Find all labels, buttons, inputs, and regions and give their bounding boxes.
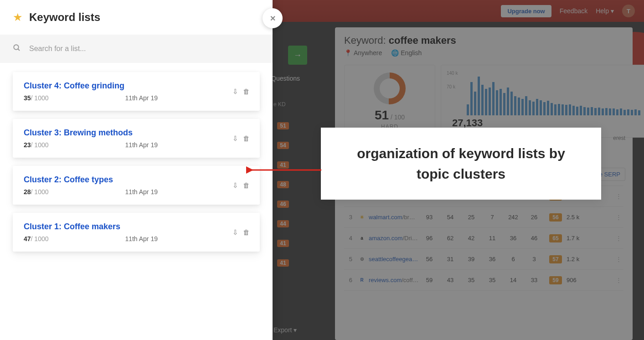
svg-line-1 <box>18 49 20 51</box>
list-max: / 1000 <box>31 94 49 102</box>
annotation-arrow <box>246 166 324 174</box>
trash-icon[interactable]: 🗑 <box>243 181 250 190</box>
list-card[interactable]: Cluster 1: Coffee makers47 / 100011th Ap… <box>13 213 260 252</box>
list-actions: ⇩🗑 <box>232 88 250 96</box>
search-icon <box>13 44 21 54</box>
list-count: 47 <box>24 235 31 242</box>
list-card[interactable]: Cluster 4: Coffee grinding35 / 100011th … <box>13 72 260 111</box>
lists-container: Cluster 4: Coffee grinding35 / 100011th … <box>0 63 273 261</box>
list-count: 23 <box>24 141 31 149</box>
list-meta: 28 / 100011th Apr 19 <box>24 188 249 196</box>
search-bar <box>0 35 273 63</box>
list-max: / 1000 <box>31 141 49 149</box>
list-max: / 1000 <box>31 188 49 196</box>
close-icon: ✕ <box>270 14 276 23</box>
list-meta: 23 / 100011th Apr 19 <box>24 141 249 149</box>
close-button[interactable]: ✕ <box>263 8 283 28</box>
download-icon[interactable]: ⇩ <box>232 134 238 143</box>
list-date: 11th Apr 19 <box>125 94 249 102</box>
list-date: 11th Apr 19 <box>125 188 249 196</box>
list-card[interactable]: Cluster 3: Brewing methods23 / 100011th … <box>13 119 260 158</box>
list-meta: 47 / 100011th Apr 19 <box>24 235 249 242</box>
annotation-callout: organization of keyword lists by topic c… <box>321 128 601 200</box>
list-name[interactable]: Cluster 2: Coffee types <box>24 175 249 185</box>
list-meta: 35 / 100011th Apr 19 <box>24 94 249 102</box>
list-name[interactable]: Cluster 1: Coffee makers <box>24 222 249 232</box>
svg-point-0 <box>14 45 19 50</box>
panel-title: Keyword lists <box>29 11 100 24</box>
list-name[interactable]: Cluster 4: Coffee grinding <box>24 81 249 91</box>
keyword-lists-panel: ★ Keyword lists ✕ Cluster 4: Coffee grin… <box>0 0 273 340</box>
list-actions: ⇩🗑 <box>232 228 250 237</box>
list-date: 11th Apr 19 <box>125 235 249 242</box>
list-card[interactable]: Cluster 2: Coffee types28 / 100011th Apr… <box>13 166 260 205</box>
search-input[interactable] <box>29 45 260 53</box>
list-count: 35 <box>24 94 31 102</box>
download-icon[interactable]: ⇩ <box>232 228 238 237</box>
list-count: 28 <box>24 188 31 196</box>
trash-icon[interactable]: 🗑 <box>243 134 250 143</box>
star-icon: ★ <box>13 11 23 24</box>
download-icon[interactable]: ⇩ <box>232 181 238 190</box>
list-date: 11th Apr 19 <box>125 141 249 149</box>
list-actions: ⇩🗑 <box>232 134 250 143</box>
annotation-text: organization of keyword lists by topic c… <box>339 143 583 184</box>
trash-icon[interactable]: 🗑 <box>243 228 250 237</box>
list-name[interactable]: Cluster 3: Brewing methods <box>24 128 249 138</box>
list-max: / 1000 <box>31 235 49 242</box>
trash-icon[interactable]: 🗑 <box>243 88 250 96</box>
download-icon[interactable]: ⇩ <box>232 88 238 96</box>
list-actions: ⇩🗑 <box>232 181 250 190</box>
